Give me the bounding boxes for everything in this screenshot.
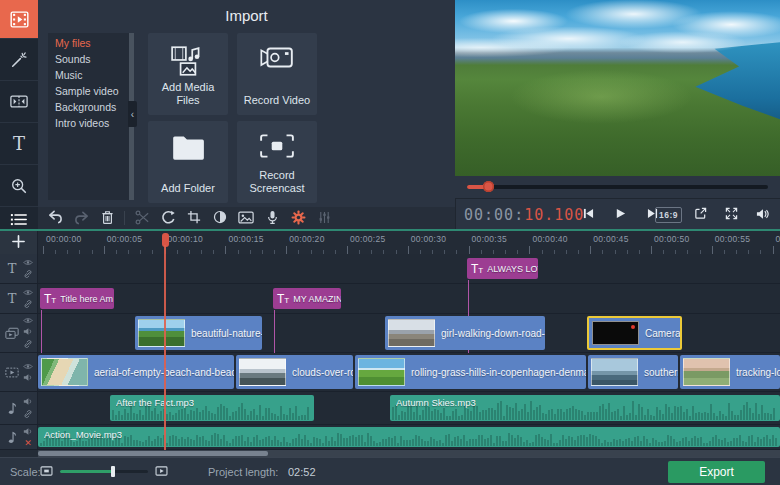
clip-southern[interactable]: southern	[588, 355, 678, 389]
playhead[interactable]	[161, 231, 169, 450]
clip-thumbnail	[592, 321, 639, 345]
redo-button[interactable]	[68, 208, 94, 228]
clip-label: MY AMAZING	[293, 294, 341, 304]
link-icon[interactable]	[23, 339, 33, 349]
sidebar-item-import[interactable]	[0, 0, 38, 38]
add-media-files-button[interactable]: Add Media Files	[148, 33, 228, 115]
clip-thumbnail	[358, 358, 405, 386]
clip-girl-walking-down-road-to[interactable]: girl-walking-down-road-to	[385, 316, 545, 350]
record-voice-button[interactable]	[259, 208, 285, 228]
sidebar-item-menu[interactable]	[0, 206, 38, 231]
timeline-ruler[interactable]: 00:00:0000:00:0500:00:1000:00:1500:00:20…	[38, 231, 780, 254]
clip-thumbnail	[591, 358, 638, 386]
delete-button[interactable]	[94, 208, 120, 228]
toolbar-separator	[124, 211, 125, 225]
seek-bar[interactable]	[467, 185, 768, 189]
media-files-icon	[148, 45, 228, 77]
clip-tracking-lo[interactable]: tracking-lo	[680, 355, 780, 389]
zoom-in-frame-icon[interactable]	[155, 466, 168, 476]
import-tiles: Add Media FilesRecord VideoAdd FolderRec…	[38, 0, 455, 207]
track-row-audio-track-1: After the Fact.mp3Autumn Skies.mp3	[0, 392, 780, 425]
clip-title-here-am[interactable]: TTTitle here Am	[40, 288, 114, 309]
clip-beautiful-nature-no[interactable]: beautiful-nature-no	[135, 316, 262, 350]
project-length-label: Project length:	[208, 466, 278, 478]
track-row-titles-track-1: TTTALWAYS LOVE	[0, 254, 780, 284]
link-icon[interactable]	[23, 269, 33, 279]
preview-clouds	[455, 0, 780, 176]
rotate-button[interactable]	[155, 208, 181, 228]
timeline-scrollbar[interactable]	[38, 450, 780, 457]
eye-icon[interactable]	[23, 363, 33, 370]
clip-aerial-of-empty-beach-and-beach-ho[interactable]: aerial-of-empty-beach-and-beach-ho	[38, 355, 234, 389]
color-adjustments-icon	[213, 210, 227, 226]
sidebar-item-transitions[interactable]	[0, 80, 38, 122]
sidebar-item-titles[interactable]: T	[0, 122, 38, 164]
speaker-icon[interactable]	[23, 327, 33, 336]
play-icon	[615, 208, 626, 221]
record-screencast-icon	[237, 133, 317, 159]
clip-label: ALWAYS LOVE	[487, 264, 538, 274]
add-folder-button[interactable]: Add Folder	[148, 121, 228, 203]
speaker-icon[interactable]	[23, 373, 33, 382]
zoom-out-frame-icon[interactable]	[40, 466, 53, 476]
clip-label: Camera.mp4	[645, 328, 680, 339]
sidebar-item-filters[interactable]	[0, 38, 38, 80]
eye-icon[interactable]	[23, 317, 33, 324]
speaker-icon[interactable]	[23, 397, 33, 406]
record-screencast-button[interactable]: Record Screencast	[237, 121, 317, 203]
volume-icon	[756, 208, 769, 222]
unlink-icon[interactable]: ✕	[24, 439, 32, 448]
export-button[interactable]: Export	[668, 461, 765, 483]
clip-after-the-fact-mp3[interactable]: After the Fact.mp3	[110, 395, 314, 421]
audio-levels-button[interactable]	[311, 208, 337, 228]
crop-button[interactable]	[181, 208, 207, 228]
logo-button[interactable]	[233, 208, 259, 228]
overlay-icon	[3, 314, 21, 352]
volume-button[interactable]	[750, 203, 775, 226]
clip-camera-mp4[interactable]: Camera.mp4	[587, 316, 682, 350]
open-player-window-button[interactable]	[688, 203, 713, 226]
ruler-major-ticks	[38, 246, 780, 254]
clip-clouds-over-rock[interactable]: clouds-over-rock	[236, 355, 353, 389]
ruler-label: 00:00:30	[411, 234, 447, 244]
audio-levels-icon	[318, 211, 331, 226]
transport-buttons	[576, 203, 665, 226]
speaker-icon[interactable]	[23, 427, 33, 436]
link-icon[interactable]	[23, 409, 33, 419]
open-player-window-icon	[694, 207, 707, 222]
aspect-ratio-button[interactable]: 16:9	[655, 207, 682, 223]
timeline-scale-slider[interactable]	[60, 470, 148, 473]
link-icon[interactable]	[23, 299, 33, 309]
track-header-video-track	[0, 353, 38, 391]
clip-always-love[interactable]: TTALWAYS LOVE	[467, 258, 538, 279]
clip-properties-button[interactable]	[285, 208, 311, 228]
track-controls: ✕	[22, 425, 34, 449]
title-t-icon: T	[3, 254, 21, 283]
scale-slider-handle[interactable]	[111, 466, 115, 477]
fullscreen-button[interactable]	[719, 203, 744, 226]
clip-action-movie-mp3[interactable]: Action_Movie.mp3	[38, 427, 780, 447]
color-adjustments-button[interactable]	[207, 208, 233, 228]
timeline-scrollbar-thumb[interactable]	[38, 451, 268, 456]
clip-label: Action_Movie.mp3	[44, 429, 122, 440]
play-button[interactable]	[608, 203, 633, 226]
seek-handle[interactable]	[483, 181, 494, 192]
ruler-label: 00:01:00	[776, 234, 780, 244]
clip-rolling-grass-hills-in-copenhagen-denmark-1[interactable]: rolling-grass-hills-in-copenhagen-denmar…	[355, 355, 586, 389]
previous-frame-button[interactable]	[576, 203, 601, 226]
record-video-button[interactable]: Record Video	[237, 33, 317, 115]
undo-button[interactable]	[42, 208, 68, 228]
clip-my-amazing[interactable]: TTMY AMAZING	[273, 288, 341, 309]
split-button[interactable]	[129, 208, 155, 228]
audio-waveform	[40, 430, 778, 446]
add-track-button[interactable]	[0, 231, 38, 254]
title-clip-icon: TT	[277, 293, 289, 305]
track-lane-overlay-track: beautiful-nature-nogirl-walking-down-roa…	[38, 314, 780, 352]
plus-icon	[12, 235, 25, 250]
clip-autumn-skies-mp3[interactable]: Autumn Skies.mp3	[390, 395, 780, 421]
track-header-overlay-track	[0, 314, 38, 352]
playhead-line	[164, 245, 166, 450]
eye-icon[interactable]	[23, 289, 33, 296]
sidebar-item-zoom-pan[interactable]	[0, 164, 38, 206]
eye-icon[interactable]	[23, 259, 33, 266]
